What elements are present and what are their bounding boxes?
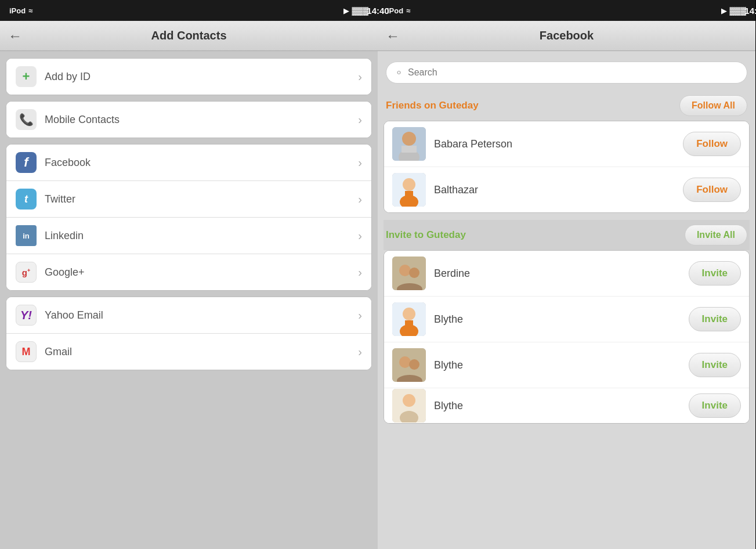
- add-icon: +: [16, 66, 37, 87]
- menu-item-googleplus[interactable]: g+ Google+ ›: [6, 254, 371, 290]
- left-phone-screen: iPod ≈ 14:40 ▶ ▓▓▓ ← Add Contacts + Add …: [0, 0, 378, 549]
- avatar-balthazar-svg: [392, 173, 426, 207]
- svg-rect-7: [405, 191, 413, 197]
- twitter-icon: t: [16, 189, 37, 210]
- invite-section-header: Invite to Guteday Invite All: [384, 220, 750, 250]
- facebook-icon: f: [16, 152, 37, 173]
- menu-item-linkedin[interactable]: in Linkedin ›: [6, 218, 371, 254]
- device-label-left: iPod: [9, 6, 26, 15]
- linkedin-label: Linkedin: [45, 230, 358, 242]
- yahoo-label: Yahoo Email: [45, 309, 358, 322]
- contact-name-blythe3: Blythe: [434, 400, 689, 412]
- invite-button-blythe3[interactable]: Invite: [689, 393, 741, 418]
- invite-button-berdine[interactable]: Invite: [689, 261, 741, 286]
- chevron-yahoo: ›: [358, 309, 362, 322]
- location-icon-left: ▶: [343, 6, 349, 15]
- follow-all-button[interactable]: Follow All: [679, 95, 747, 116]
- friends-section-title: Friends on Guteday: [386, 100, 479, 111]
- contact-item-blythe3: Blythe Invite: [384, 388, 749, 423]
- svg-rect-15: [405, 320, 413, 326]
- menu-item-yahoo[interactable]: Y! Yahoo Email ›: [6, 297, 371, 334]
- contact-item-berdine: Berdine Invite: [384, 251, 749, 297]
- contact-name-balthazar: Balthazar: [434, 184, 683, 196]
- contact-item-balthazar: Balthazar Follow: [384, 167, 749, 212]
- chevron-googleplus: ›: [358, 266, 362, 279]
- menu-item-mobile-contacts[interactable]: 📞 Mobile Contacts ›: [6, 102, 371, 138]
- invite-contact-list: Berdine Invite Blythe Invite: [384, 250, 750, 424]
- follow-button-balthazar[interactable]: Follow: [683, 178, 741, 202]
- search-bar-wrapper: ⚬: [384, 57, 750, 91]
- nav-bar-right: ← Facebook: [378, 21, 755, 51]
- search-bar[interactable]: ⚬: [386, 62, 747, 84]
- menu-group-mobile: 📞 Mobile Contacts ›: [6, 101, 372, 138]
- svg-point-5: [403, 178, 415, 191]
- back-arrow-left: ←: [8, 29, 22, 43]
- right-phone-screen: iPod ≈ 14:40 ▶ ▓▓▓ ← Facebook ⚬ Friends …: [378, 0, 755, 549]
- status-bar-right: iPod ≈ 14:40 ▶ ▓▓▓: [378, 0, 755, 21]
- avatar-blythe3-svg: [392, 389, 426, 422]
- gmail-label: Gmail: [45, 346, 358, 358]
- chevron-linkedin: ›: [358, 229, 362, 243]
- invite-button-blythe1[interactable]: Invite: [689, 307, 741, 331]
- chevron-add-by-id: ›: [358, 70, 362, 84]
- wifi-icon-left: ≈: [28, 6, 32, 15]
- friends-contact-list: Babara Peterson Follow Balthazar Follow: [384, 121, 750, 213]
- linkedin-icon: in: [16, 225, 37, 246]
- battery-icon-right: ▓▓▓: [730, 6, 746, 15]
- add-contacts-content: + Add by ID › 📞 Mobile Contacts › f Face…: [0, 51, 378, 549]
- avatar-blythe2-svg: [392, 348, 426, 382]
- chevron-twitter: ›: [358, 193, 362, 206]
- chevron-mobile: ›: [358, 113, 362, 127]
- svg-point-10: [409, 268, 419, 278]
- contact-name-blythe1: Blythe: [434, 313, 689, 326]
- invite-all-button[interactable]: Invite All: [685, 225, 747, 245]
- avatar-blythe1-svg: [392, 302, 426, 336]
- chevron-facebook: ›: [358, 156, 362, 169]
- location-icon-right: ▶: [721, 6, 727, 15]
- mobile-contacts-label: Mobile Contacts: [45, 114, 358, 126]
- friends-section-header: Friends on Guteday Follow All: [384, 91, 750, 121]
- back-button-left[interactable]: ←: [8, 29, 22, 43]
- gmail-icon: M: [16, 341, 37, 362]
- menu-group-email: Y! Yahoo Email › M Gmail ›: [6, 297, 372, 370]
- page-title-left: Add Contacts: [151, 29, 227, 42]
- menu-item-facebook[interactable]: f Facebook ›: [6, 145, 371, 181]
- battery-icon-left: ▓▓▓: [352, 6, 368, 15]
- menu-group-social: f Facebook › t Twitter › in Linkedin › g…: [6, 144, 372, 291]
- svg-point-21: [403, 394, 415, 407]
- avatar-babara-svg: [392, 127, 426, 161]
- twitter-label: Twitter: [45, 193, 358, 205]
- contact-item-babara: Babara Peterson Follow: [384, 121, 749, 167]
- avatar-berdine: [392, 257, 426, 290]
- menu-group-add-id: + Add by ID ›: [6, 58, 372, 95]
- avatar-blythe3: [392, 389, 426, 422]
- facebook-content: ⚬ Friends on Guteday Follow All: [378, 51, 755, 549]
- yahoo-icon: Y!: [16, 305, 37, 326]
- svg-rect-3: [401, 146, 417, 153]
- googleplus-label: Google+: [45, 266, 358, 279]
- nav-bar-left: ← Add Contacts: [0, 21, 378, 51]
- invite-button-blythe2[interactable]: Invite: [689, 353, 741, 377]
- page-title-right: Facebook: [540, 29, 594, 42]
- status-bar-left: iPod ≈ 14:40 ▶ ▓▓▓: [0, 0, 378, 21]
- menu-item-gmail[interactable]: M Gmail ›: [6, 334, 371, 370]
- back-button-right[interactable]: ←: [386, 29, 400, 43]
- svg-point-17: [399, 356, 411, 368]
- follow-button-babara[interactable]: Follow: [683, 132, 741, 156]
- svg-point-9: [399, 265, 411, 276]
- device-label-right: iPod: [387, 6, 403, 15]
- svg-point-13: [403, 308, 415, 320]
- avatar-babara: [392, 127, 426, 161]
- search-input[interactable]: [408, 67, 739, 78]
- wifi-icon-right: ≈: [406, 6, 410, 15]
- time-right: 14:40: [744, 6, 755, 16]
- contact-name-blythe2: Blythe: [434, 359, 689, 371]
- chevron-gmail: ›: [358, 345, 362, 359]
- back-arrow-right: ←: [386, 29, 400, 43]
- invite-section-title: Invite to Guteday: [386, 229, 466, 241]
- add-by-id-label: Add by ID: [45, 71, 358, 83]
- menu-item-add-by-id[interactable]: + Add by ID ›: [6, 59, 371, 95]
- menu-item-twitter[interactable]: t Twitter ›: [6, 181, 371, 218]
- search-icon: ⚬: [395, 66, 403, 79]
- phone-icon: 📞: [16, 109, 37, 130]
